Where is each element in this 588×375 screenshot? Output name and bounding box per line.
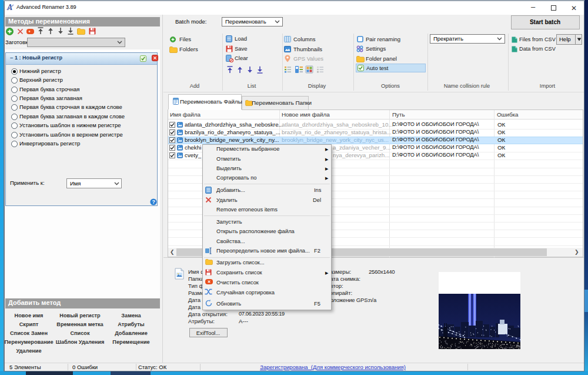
svg-text:A: A bbox=[6, 3, 12, 12]
svg-text:?: ? bbox=[152, 199, 155, 205]
